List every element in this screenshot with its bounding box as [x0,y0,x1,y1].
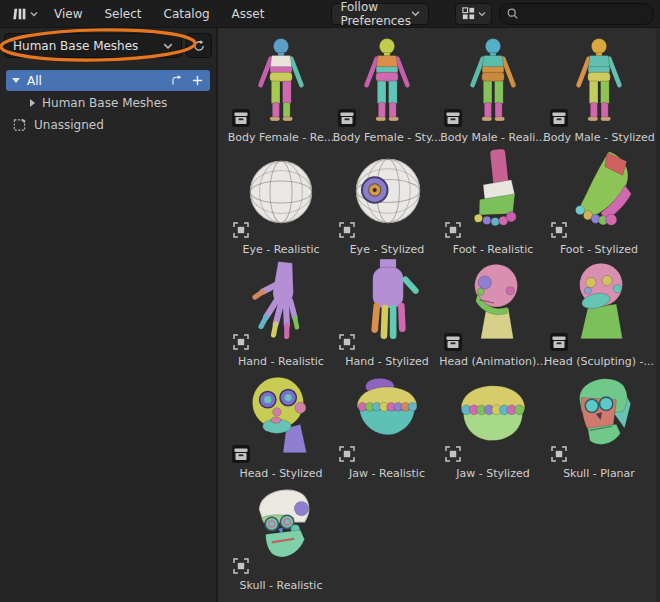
asset-label: Hand - Realistic [220,355,342,368]
chevron-down-icon [163,41,173,51]
asset-label: Body Female - Re... [220,131,342,144]
asset-label: Body Male - Reali... [432,131,554,144]
asset-label: Head (Animation)... [432,355,554,368]
menu-select[interactable]: Select [93,3,152,25]
collection-icon [338,109,356,127]
asset-label: Skull - Realistic [220,579,342,592]
asset-label: Eye - Stylized [326,243,448,256]
asset-item[interactable]: Foot - Stylized [546,145,652,257]
catalog-arrow-icon[interactable] [170,74,184,87]
asset-item[interactable]: Head (Sculpting) -... [546,257,652,369]
asset-item[interactable]: Head - Stylized [228,369,334,481]
chevron-down-icon [30,10,38,18]
refresh-library-button[interactable] [186,33,212,58]
menu-catalog[interactable]: Catalog [153,3,221,25]
asset-item[interactable]: Head (Animation)... [440,257,546,369]
object-icon [232,221,250,239]
asset-item[interactable]: Eye - Stylized [334,145,440,257]
asset-item[interactable]: Body Male - Stylized [546,33,652,145]
object-icon [444,221,462,239]
disclosure-collapsed-icon[interactable] [30,99,35,107]
asset-label: Foot - Realistic [432,243,554,256]
asset-item[interactable]: Body Female - Sty... [334,33,440,145]
import-method-dropdown[interactable]: Follow Preferences [331,3,429,25]
asset-item[interactable]: Hand - Realistic [228,257,334,369]
editor-type-button[interactable] [6,3,43,25]
chevron-down-icon [478,10,486,18]
object-icon [232,333,250,351]
object-icon [550,445,568,463]
object-icon [550,221,568,239]
search-field[interactable] [499,3,654,25]
object-icon [338,445,356,463]
asset-label: Eye - Realistic [220,243,342,256]
asset-label: Body Female - Sty... [326,131,448,144]
asset-label: Skull - Planar [538,467,660,480]
collection-icon [550,109,568,127]
asset-label: Jaw - Stylized [432,467,554,480]
object-icon [338,333,356,351]
asset-item[interactable]: Body Female - Re... [228,33,334,145]
unassigned-icon [12,117,27,132]
asset-item[interactable]: Foot - Realistic [440,145,546,257]
add-catalog-icon[interactable] [191,74,204,87]
catalog-item-all[interactable]: All [6,70,210,91]
asset-grid: Body Female - Re... Body Female - Sty...… [220,28,660,593]
asset-item[interactable]: Skull - Planar [546,369,652,481]
object-icon [232,557,250,575]
asset-item[interactable]: Eye - Realistic [228,145,334,257]
thumbnail-grid-icon [461,6,476,21]
asset-label: Body Male - Stylized [538,131,660,144]
asset-browser-icon [11,6,27,22]
asset-label: Hand - Stylized [326,355,448,368]
collection-icon [232,109,250,127]
collection-icon [232,445,250,463]
asset-item[interactable]: Body Male - Reali... [440,33,546,145]
catalog-label: Human Base Meshes [42,96,167,110]
catalog-item-unassigned[interactable]: Unassigned [6,114,210,135]
refresh-icon [192,39,206,53]
asset-browser-main: Body Female - Re... Body Female - Sty...… [220,28,660,602]
asset-label: Head (Sculpting) -... [538,355,660,368]
catalog-tree: All Human Base Meshes [0,70,216,135]
disclosure-expanded-icon[interactable] [12,78,20,83]
asset-item[interactable]: Hand - Stylized [334,257,440,369]
asset-label: Foot - Stylized [538,243,660,256]
asset-item[interactable]: Skull - Realistic [228,481,334,593]
catalog-item-human-base-meshes[interactable]: Human Base Meshes [24,92,210,113]
search-input[interactable] [523,6,647,22]
collection-icon [550,333,568,351]
chevron-down-icon [411,9,420,18]
asset-label: Head - Stylized [220,467,342,480]
catalog-label: Unassigned [34,118,104,132]
source-list-panel: Human Base Meshes All [0,28,218,602]
object-icon [338,221,356,239]
scrollbar-track[interactable] [656,28,660,602]
asset-item[interactable]: Jaw - Stylized [440,369,546,481]
object-icon [444,445,462,463]
menu-asset[interactable]: Asset [221,3,276,25]
collection-icon [444,109,462,127]
catalog-label: All [27,74,42,88]
asset-label: Jaw - Realistic [326,467,448,480]
asset-library-dropdown[interactable]: Human Base Meshes [4,33,182,58]
asset-library-value: Human Base Meshes [13,39,138,53]
header-bar: View Select Catalog Asset Follow Prefere… [0,0,660,28]
asset-item[interactable]: Jaw - Realistic [334,369,440,481]
search-icon [506,7,519,20]
display-mode-button[interactable] [455,3,492,25]
import-method-value: Follow Preferences [340,0,411,28]
collection-icon [444,333,462,351]
menu-view[interactable]: View [43,3,93,25]
